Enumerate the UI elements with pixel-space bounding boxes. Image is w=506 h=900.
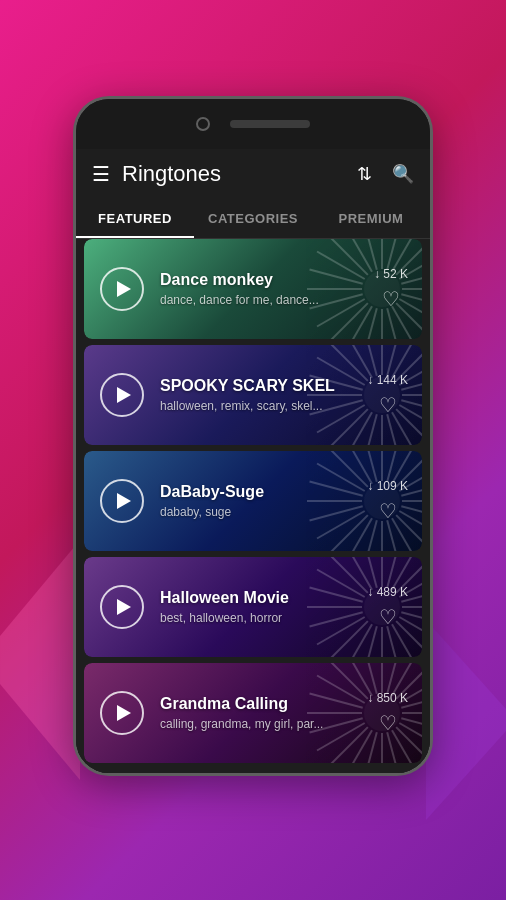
tab-bar: FEATURED CATEGORIES PREMIUM — [76, 199, 430, 239]
tab-categories[interactable]: CATEGORIES — [194, 199, 312, 238]
list-item[interactable]: Halloween Movie best, halloween, horror … — [84, 557, 422, 657]
heart-icon-0[interactable]: ♡ — [382, 287, 400, 311]
song-info-1: SPOOKY SCARY SKEL halloween, remix, scar… — [160, 377, 367, 413]
song-info-2: DaBaby-Suge dababy, suge — [160, 483, 367, 519]
song-right-2: ↓ 109 K ♡ — [367, 479, 408, 523]
svg-line-82 — [363, 627, 377, 658]
svg-line-19 — [387, 239, 401, 270]
app-title: Ringtones — [122, 161, 337, 187]
svg-line-55 — [387, 521, 401, 552]
svg-line-107 — [363, 733, 377, 764]
download-count-1: ↓ 144 K — [367, 373, 408, 387]
song-title-0: Dance monkey — [160, 271, 374, 289]
song-tags-1: halloween, remix, scary, skel... — [160, 399, 367, 413]
phone-camera — [196, 117, 210, 131]
heart-icon-1[interactable]: ♡ — [379, 393, 397, 417]
svg-line-57 — [363, 521, 377, 552]
headline — [223, 40, 283, 76]
song-tags-3: best, halloween, horror — [160, 611, 367, 625]
svg-line-117 — [363, 663, 377, 694]
download-count-4: ↓ 850 K — [367, 691, 408, 705]
svg-line-7 — [363, 309, 377, 340]
song-info-3: Halloween Movie best, halloween, horror — [160, 589, 367, 625]
song-tags-2: dababy, suge — [160, 505, 367, 519]
song-right-1: ↓ 144 K ♡ — [367, 373, 408, 417]
list-item[interactable]: Dance monkey dance, dance for me, dance.… — [84, 239, 422, 339]
svg-line-119 — [387, 663, 401, 694]
list-item[interactable]: SPOOKY SCARY SKEL halloween, remix, scar… — [84, 345, 422, 445]
song-list: Dance monkey dance, dance for me, dance.… — [76, 239, 430, 773]
svg-line-105 — [387, 733, 401, 764]
phone-speaker — [230, 120, 310, 128]
svg-line-69 — [387, 451, 401, 482]
song-tags-0: dance, dance for me, dance... — [160, 293, 374, 307]
svg-line-42 — [363, 345, 377, 376]
svg-line-67 — [363, 451, 377, 482]
app-header: ☰ Ringtones ⇅ 🔍 — [76, 149, 430, 199]
song-title-2: DaBaby-Suge — [160, 483, 367, 501]
svg-line-30 — [387, 415, 401, 446]
song-right-0: ↓ 52 K ♡ — [374, 267, 408, 311]
tab-premium[interactable]: PREMIUM — [312, 199, 430, 238]
phone-frame: ☰ Ringtones ⇅ 🔍 FEATURED CATEGORIES PREM… — [73, 96, 433, 776]
app-content: ☰ Ringtones ⇅ 🔍 FEATURED CATEGORIES PREM… — [76, 149, 430, 773]
list-item[interactable]: Grandma Calling calling, grandma, my gir… — [84, 663, 422, 763]
song-tags-4: calling, grandma, my girl, par... — [160, 717, 367, 731]
tab-featured[interactable]: FEATURED — [76, 199, 194, 238]
svg-line-92 — [363, 557, 377, 588]
song-info-4: Grandma Calling calling, grandma, my gir… — [160, 695, 367, 731]
song-title-1: SPOOKY SCARY SKEL — [160, 377, 367, 395]
song-right-3: ↓ 489 K ♡ — [367, 585, 408, 629]
download-count-0: ↓ 52 K — [374, 267, 408, 281]
heart-icon-3[interactable]: ♡ — [379, 605, 397, 629]
svg-line-80 — [387, 627, 401, 658]
svg-line-5 — [387, 309, 401, 340]
song-right-4: ↓ 850 K ♡ — [367, 691, 408, 735]
svg-line-44 — [387, 345, 401, 376]
song-info-0: Dance monkey dance, dance for me, dance.… — [160, 271, 374, 307]
filter-icon[interactable]: ⇅ — [357, 163, 372, 185]
download-count-2: ↓ 109 K — [367, 479, 408, 493]
list-item[interactable]: DaBaby-Suge dababy, suge ↓ 109 K ♡ — [84, 451, 422, 551]
svg-line-94 — [387, 557, 401, 588]
heart-icon-4[interactable]: ♡ — [379, 711, 397, 735]
menu-icon[interactable]: ☰ — [92, 162, 110, 186]
heart-icon-2[interactable]: ♡ — [379, 499, 397, 523]
download-count-3: ↓ 489 K — [367, 585, 408, 599]
phone-top-bar — [76, 99, 430, 149]
song-title-3: Halloween Movie — [160, 589, 367, 607]
svg-line-17 — [363, 239, 377, 270]
search-icon[interactable]: 🔍 — [392, 163, 414, 185]
svg-line-32 — [363, 415, 377, 446]
song-title-4: Grandma Calling — [160, 695, 367, 713]
